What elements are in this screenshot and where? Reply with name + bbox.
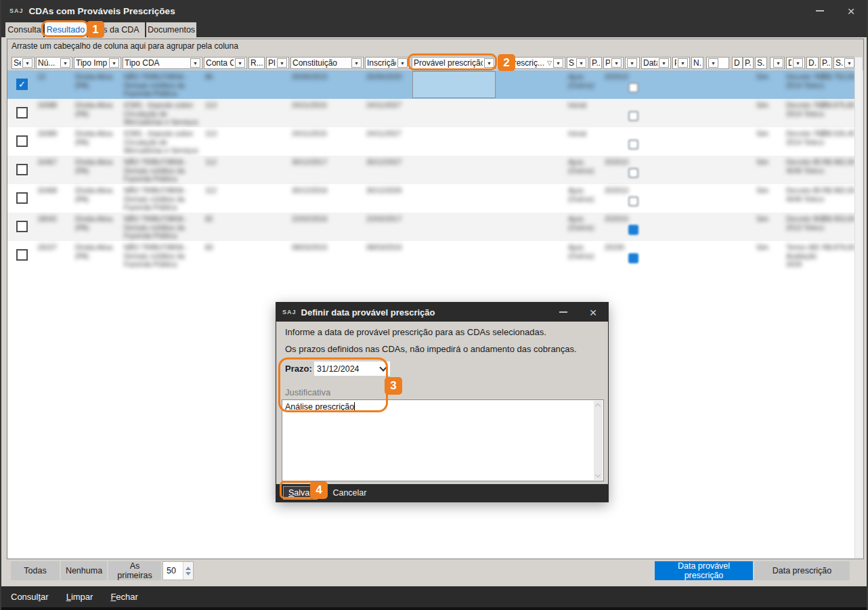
row-checkbox[interactable]: [16, 192, 28, 204]
scroll-up-icon[interactable]: [595, 404, 601, 409]
status-square-outline-icon[interactable]: [628, 168, 638, 178]
table-row[interactable]: 16467Dívida Ativa (PA)NÃO TRIBUTÁRIA - D…: [7, 156, 854, 184]
stepper-up-icon[interactable]: [186, 567, 191, 570]
row-checkbox[interactable]: [16, 249, 28, 261]
data-prescricao-button[interactable]: Data prescrição: [754, 561, 850, 580]
data-provavel-prescricao-button[interactable]: Data provável prescrição: [655, 561, 753, 580]
nenhuma-button[interactable]: Nenhuma: [61, 561, 107, 580]
column-header-label: D...: [808, 58, 817, 68]
row-checkbox[interactable]: [16, 164, 28, 175]
scroll-down-icon[interactable]: [595, 472, 601, 477]
column-header-inscricao[interactable]: Inscrição▼: [365, 57, 410, 69]
tab-resultado[interactable]: Resultado: [45, 22, 87, 37]
stepper-down-icon[interactable]: [186, 572, 191, 575]
row-checkbox-checked[interactable]: ✓: [16, 79, 28, 90]
column-header-r[interactable]: R...: [248, 57, 265, 69]
column-header-pr[interactable]: Pr...▼: [672, 57, 690, 69]
column-header-s2[interactable]: S...: [755, 57, 767, 69]
table-row[interactable]: 16088Dívida Ativa (PA)ICMS - Imposto sob…: [7, 99, 854, 127]
consultar-menu-item[interactable]: Consultar: [11, 592, 49, 602]
table-row[interactable]: 16468Dívida Ativa (PA)NÃO TRIBUTÁRIA - D…: [7, 184, 854, 213]
column-header-par[interactable]: (▼: [770, 57, 785, 69]
provavel-prescricao-editor-cell[interactable]: [412, 71, 496, 98]
status-square-outline-icon[interactable]: [628, 83, 638, 93]
minimize-button[interactable]: [804, 0, 836, 22]
row-checkbox[interactable]: [16, 221, 28, 232]
column-header-c15[interactable]: ▼: [625, 57, 640, 69]
row-checkbox[interactable]: [16, 135, 28, 147]
status-square-outline-icon[interactable]: [628, 139, 638, 150]
column-header-d3[interactable]: D...: [806, 57, 819, 69]
cell-valor-redacted: R$ 752,06: [809, 72, 855, 81]
column-header-p3[interactable]: P...: [743, 57, 754, 69]
column-header-c19[interactable]: ▼: [706, 57, 729, 69]
column-header-constituicao[interactable]: Constituição▼: [290, 57, 364, 69]
column-header-provavel-prescricao[interactable]: Provável prescrição▼: [412, 57, 496, 69]
column-header-s1[interactable]: S...▼: [567, 57, 588, 69]
as-primeiras-button[interactable]: As primeiras: [108, 561, 161, 580]
vertical-scrollbar[interactable]: [854, 57, 863, 558]
column-header-s3[interactable]: S...▼: [833, 57, 856, 69]
column-header-data[interactable]: Data ...▼: [641, 57, 671, 69]
column-filter-dropdown[interactable]: ▼: [678, 58, 688, 68]
column-filter-dropdown[interactable]: ▼: [109, 58, 119, 68]
table-row[interactable]: 18107Dívida Ativa (PA)NÃO TRIBUTÁRIA - D…: [7, 241, 854, 269]
column-filter-dropdown[interactable]: ▼: [484, 58, 494, 68]
status-square-blue-icon[interactable]: [628, 225, 638, 235]
column-header-p1[interactable]: P...: [590, 57, 602, 69]
justificativa-textarea[interactable]: Análise prescrição: [282, 399, 604, 481]
column-filter-dropdown[interactable]: ▼: [793, 58, 803, 68]
status-square-blue-icon[interactable]: [628, 253, 638, 263]
column-filter-dropdown[interactable]: ▼: [576, 58, 586, 68]
column-header-tipo-imposto[interactable]: Tipo Imp...▼: [74, 57, 121, 69]
textarea-scrollbar[interactable]: [594, 401, 603, 480]
column-filter-dropdown[interactable]: ▼: [553, 58, 563, 68]
stepper-arrows[interactable]: [183, 562, 193, 580]
column-filter-dropdown[interactable]: ▼: [60, 58, 70, 68]
column-header-numero[interactable]: Nú...▼: [36, 57, 72, 69]
column-header-p4[interactable]: P...: [820, 57, 832, 69]
fechar-menu-item[interactable]: Fechar: [110, 592, 137, 602]
column-filter-dropdown[interactable]: ▼: [611, 58, 622, 68]
column-header-n[interactable]: N...: [691, 57, 703, 69]
table-row[interactable]: 18042Dívida Ativa (PA)NÃO TRIBUTÁRIA - D…: [7, 213, 854, 241]
column-header-label: S...: [569, 58, 575, 68]
column-filter-dropdown[interactable]: ▼: [22, 58, 32, 68]
table-row[interactable]: 16089Dívida Ativa (PA)ICMS - Imposto sob…: [7, 127, 854, 156]
tab-consulta[interactable]: Consulta: [5, 22, 43, 37]
column-filter-dropdown[interactable]: ▼: [708, 58, 718, 68]
todas-button[interactable]: Todas: [11, 561, 60, 580]
row-checkbox[interactable]: [16, 107, 28, 118]
column-header-d1[interactable]: D...: [732, 57, 743, 69]
column-filter-dropdown[interactable]: ▼: [351, 58, 362, 68]
column-filter-dropdown[interactable]: ▼: [659, 58, 669, 68]
group-by-bar[interactable]: Arraste um cabeçalho de coluna aqui para…: [12, 41, 238, 51]
column-filter-dropdown[interactable]: ▼: [773, 58, 783, 68]
limpar-menu-item[interactable]: Limpar: [66, 592, 93, 602]
cell-resp-redacted: Sim: [756, 129, 774, 138]
column-filter-dropdown[interactable]: ▼: [627, 58, 637, 68]
column-filter-dropdown[interactable]: ▼: [397, 58, 408, 68]
column-header-conta[interactable]: Conta C...▼: [204, 57, 247, 69]
status-square-outline-icon[interactable]: [628, 111, 638, 121]
row-count-stepper[interactable]: 50: [162, 561, 194, 580]
column-filter-dropdown[interactable]: ▼: [190, 58, 200, 68]
prazo-combobox[interactable]: 31/12/2024: [314, 362, 390, 376]
column-filter-dropdown[interactable]: ▼: [235, 58, 245, 68]
column-header-pl[interactable]: Pl...▼: [266, 57, 289, 69]
cancelar-button[interactable]: Cancelar: [332, 488, 366, 498]
column-filter-dropdown[interactable]: ▼: [844, 58, 854, 68]
column-header-tipo-cda[interactable]: Tipo CDA▼: [123, 57, 202, 69]
dialog-minimize-button[interactable]: [548, 303, 578, 322]
table-row[interactable]: ✓13Dívida Ativa (PA)NÃO TRIBUTÁRIA - Dem…: [7, 70, 854, 99]
dialog-close-button[interactable]: ×: [578, 303, 608, 322]
column-filter-dropdown[interactable]: ▼: [277, 58, 287, 68]
cell-num-redacted: 13: [37, 72, 64, 81]
column-header-p2[interactable]: P...▼: [603, 57, 624, 69]
column-header-sel[interactable]: Sel.▼: [12, 57, 35, 69]
tab-documentos[interactable]: Documentos: [146, 22, 196, 37]
status-square-outline-icon[interactable]: [628, 196, 638, 206]
cell-status-redacted: Ajuiz. (Outros): [568, 72, 601, 89]
column-header-d2[interactable]: D...▼: [786, 57, 805, 69]
close-button[interactable]: ×: [836, 0, 867, 22]
